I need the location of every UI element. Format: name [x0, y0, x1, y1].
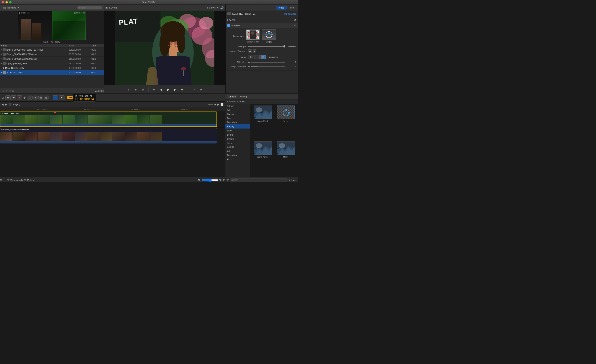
blade-tool[interactable]: ▼: [59, 95, 65, 100]
list-view-icon[interactable]: ☰: [4, 178, 7, 182]
zoom-icon[interactable]: ⊞: [133, 87, 138, 92]
view-btn-3[interactable]: [261, 55, 266, 59]
fit-view-btn[interactable]: ⊡: [223, 179, 225, 182]
cat-tiling[interactable]: Tiling: [225, 141, 250, 145]
track-1-content[interactable]: SC2FTK2_best2 - v1: [0, 111, 225, 127]
keyer-checkbox[interactable]: [227, 24, 230, 27]
zoom-slider[interactable]: [202, 178, 218, 182]
expand-icon[interactable]: ▶: [1, 62, 2, 64]
tab-keying[interactable]: Keying: [238, 95, 248, 98]
step-forward-icon[interactable]: ▶: [173, 87, 178, 92]
edge-distance-slider[interactable]: [251, 66, 285, 67]
clip-2[interactable]: ≎ iStock_000014329313Medium: [0, 128, 217, 143]
play-icon-small[interactable]: ▶: [5, 103, 7, 106]
select-tool[interactable]: ↖: [53, 95, 58, 100]
edges-label: Edges: [266, 41, 272, 43]
view-btn-d[interactable]: ▥: [44, 96, 49, 99]
sample-color-thumb[interactable]: [246, 30, 260, 40]
effects-search-input[interactable]: [230, 178, 288, 182]
all-video-audio-btn[interactable]: All Video & Audio: [227, 100, 245, 103]
browser-item-race-car[interactable]: ◀ Race Car Drive By 00:00:00:00 00:0: [0, 66, 104, 70]
favorite-icon[interactable]: ★: [5, 95, 11, 100]
effect-keyer[interactable]: Keyer: [275, 105, 296, 140]
tab-video[interactable]: Video: [276, 6, 287, 9]
play-icon[interactable]: ▶: [166, 87, 171, 92]
edges-thumb[interactable]: [262, 30, 276, 40]
fill-holes-slider[interactable]: [251, 62, 285, 63]
fit-frame-icon[interactable]: ⊡: [126, 87, 131, 92]
browser-view-btn[interactable]: ⊞: [2, 89, 4, 92]
view-btn-c[interactable]: ▤: [38, 96, 43, 99]
effect-luma-keyer[interactable]: Luma Keyer: [252, 141, 273, 176]
tab-info[interactable]: Info: [288, 6, 296, 9]
tab-effects[interactable]: Effects: [227, 95, 237, 98]
tool-icon-1[interactable]: ⊕: [2, 96, 4, 99]
cat-stylize[interactable]: Stylize: [225, 137, 250, 141]
crop-icon[interactable]: ⊟: [140, 87, 145, 92]
browser-item[interactable]: ▶ iStock_000014040455HD720_PRLT 00:00:00…: [0, 47, 104, 52]
window-controls[interactable]: [2, 1, 12, 4]
keyer-reset-icon[interactable]: ↺: [294, 24, 296, 27]
cat-basics[interactable]: Basics: [225, 112, 250, 116]
clip-1[interactable]: SC2FTK2_best2 - v1: [0, 111, 217, 127]
effect-mask[interactable]: Mask: [275, 141, 296, 176]
cat-distortion[interactable]: Distortion: [225, 120, 250, 124]
go-back-icon[interactable]: ◀: [2, 103, 4, 106]
browser-item[interactable]: ▶ iStock_000015635087Medium 01:00:00:00 …: [0, 57, 104, 61]
reset-icon[interactable]: ↺: [294, 18, 296, 22]
view-btn-a[interactable]: ⬛: [27, 96, 33, 99]
ruler-mark-2: 00:00:04:00: [131, 108, 141, 110]
browser-list-btn[interactable]: ☰: [9, 89, 11, 92]
cat-looks[interactable]: Looks: [225, 133, 250, 137]
cat-audio-echo[interactable]: Echo: [225, 157, 250, 162]
fit-dropdown-icon[interactable]: ▼: [216, 7, 219, 9]
browser-sort-btn[interactable]: ⚙: [5, 89, 7, 92]
maximize-button[interactable]: [9, 1, 12, 4]
prev-btn[interactable]: ⊟: [227, 179, 229, 182]
go-end-icon[interactable]: ⏭: [180, 87, 185, 92]
jump-prev-btn[interactable]: ◀: [248, 49, 252, 53]
view-btn-2[interactable]: [254, 55, 260, 59]
loop-icon[interactable]: ↺: [191, 87, 196, 92]
cat-audio-distortion[interactable]: Distortion: [225, 153, 250, 157]
expand-icon[interactable]: ▶: [1, 72, 2, 73]
view-btn-1[interactable]: [248, 55, 253, 59]
expand-icon[interactable]: ▶: [1, 49, 2, 51]
cat-all[interactable]: All: [225, 108, 250, 112]
view-toggle-icon[interactable]: ⬜: [220, 103, 224, 106]
search-input[interactable]: [77, 6, 102, 9]
share-icon[interactable]: ⊕: [198, 87, 203, 92]
cat-keying[interactable]: Keying: [225, 124, 250, 128]
audio-icon[interactable]: 🔊: [220, 6, 224, 9]
tool-icon-2[interactable]: ⚙: [23, 96, 26, 99]
browser-item[interactable]: ▶ iStock_000014329313Medium 00:00:00:00 …: [0, 52, 104, 57]
zoom-in-icon[interactable]: ▶: [217, 103, 219, 106]
zoom-out-btn[interactable]: 🔍: [198, 179, 201, 182]
browser-item[interactable]: ▶ logo_dynapep_black 01:00:00:00 01:0: [0, 61, 104, 66]
reject-icon[interactable]: ✕: [17, 95, 22, 100]
zoom-out-icon[interactable]: ◀: [214, 103, 216, 106]
expand-icon[interactable]: ▶: [1, 58, 2, 60]
effects-label: Effects: [227, 19, 235, 22]
add-track-icon[interactable]: ⊞: [0, 178, 2, 182]
track-2-content[interactable]: ≎ iStock_000014329313Medium: [0, 128, 225, 144]
step-back-icon[interactable]: ◀: [159, 87, 164, 92]
zoom-in-btn[interactable]: 🔍: [219, 179, 222, 182]
tag-icon[interactable]: ⚑: [11, 95, 16, 100]
browser-grid-btn[interactable]: ▤: [12, 89, 14, 92]
cat-audio-all[interactable]: All: [225, 149, 250, 153]
go-start-icon[interactable]: ⏮: [152, 87, 156, 92]
close-button[interactable]: [2, 1, 4, 4]
minimize-button[interactable]: [5, 1, 8, 4]
keyer-header[interactable]: ▼ Keyer: ↺: [226, 23, 298, 28]
cat-light[interactable]: Light: [225, 128, 250, 133]
effect-image-mask[interactable]: Image Mask: [252, 105, 273, 140]
browser-item-selected[interactable]: ▶ SC2FTK2_best2 00:00:00:00 00:0: [0, 70, 104, 75]
view-btn-b[interactable]: ⊞: [33, 96, 38, 99]
cat-blur[interactable]: Blur: [225, 116, 250, 120]
dropdown-icon[interactable]: ▼: [18, 7, 20, 9]
jump-next-btn[interactable]: ▶: [253, 49, 256, 53]
expand-icon[interactable]: ▶: [1, 53, 2, 55]
strength-slider[interactable]: [248, 46, 285, 47]
audio-settings-icon[interactable]: ▬▬: [208, 103, 213, 106]
